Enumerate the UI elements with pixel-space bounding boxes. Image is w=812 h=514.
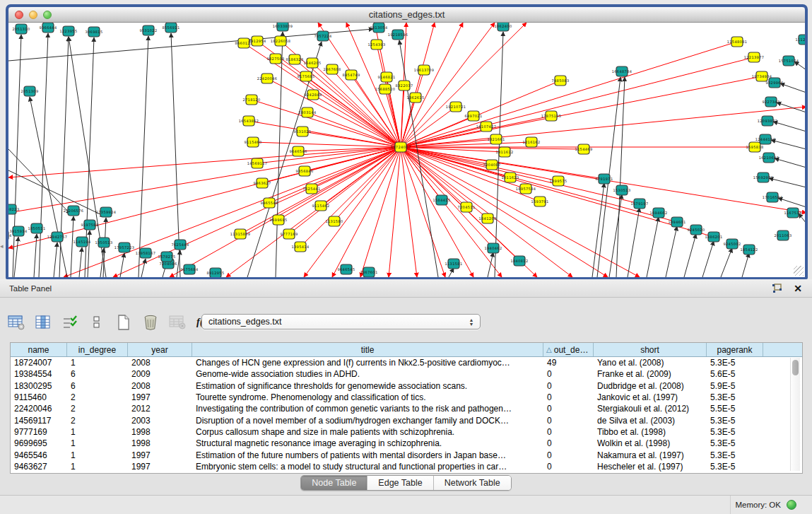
graph-node[interactable]: 12213977 <box>744 52 765 62</box>
table-settings-icon[interactable] <box>7 314 25 332</box>
table-row[interactable]: 1830029562008Estimation of significance … <box>11 380 802 392</box>
table-row[interactable]: 946362711997Embryonic stem cells: a mode… <box>11 461 802 472</box>
graph-node[interactable]: 9146821 <box>377 72 395 82</box>
graph-node[interactable]: 15688520 <box>375 84 396 94</box>
graph-node[interactable]: 1395414 <box>291 242 309 252</box>
graph-node[interactable]: 1486201 <box>705 232 722 242</box>
new-document-icon[interactable] <box>114 314 132 332</box>
graph-node[interactable]: 1154469 <box>575 144 592 154</box>
graph-node[interactable]: 1131580 <box>325 216 343 226</box>
trash-icon[interactable] <box>141 314 159 332</box>
table-row[interactable]: 2242004622012Investigating the contribut… <box>11 403 802 414</box>
graph-node[interactable]: 1321661 <box>487 134 505 144</box>
graph-node[interactable]: 16648784 <box>612 66 632 76</box>
graph-node[interactable]: 1254393 <box>367 40 385 49</box>
graph-node[interactable]: 9197588 <box>81 220 98 230</box>
graph-node[interactable]: 11548081 <box>727 37 748 47</box>
tab-network-table[interactable]: Network Table <box>434 476 511 490</box>
graph-node[interactable]: 16107427 <box>476 122 497 132</box>
window-titlebar[interactable]: citations_edges.txt <box>8 7 805 23</box>
graph-node[interactable]: 16210643 <box>759 153 779 163</box>
graph-node[interactable]: 1216162 <box>522 137 540 147</box>
graph-node[interactable]: 1546205 <box>303 58 321 68</box>
column-header-out_de[interactable]: △out_de… <box>543 343 594 356</box>
table-row[interactable]: 1872400712008Changes of HCN gene express… <box>11 357 802 368</box>
graph-node[interactable]: 2051309 <box>20 86 38 96</box>
graph-node[interactable]: 9227343 <box>762 97 779 107</box>
graph-node[interactable]: 8556911 <box>162 23 180 33</box>
graph-node[interactable]: 14569117 <box>247 158 268 168</box>
graph-node[interactable]: 15692971 <box>753 173 774 182</box>
graph-node[interactable]: 9777169 <box>280 229 298 239</box>
table-row[interactable]: 1456911722003Disruption of a novel membe… <box>11 414 802 426</box>
table-row[interactable]: 911546021997Tourette syndrome. Phenomeno… <box>11 392 802 403</box>
close-panel-icon[interactable]: ✕ <box>794 284 802 293</box>
graph-node[interactable]: 16033809 <box>273 23 293 31</box>
graph-node[interactable]: 1840812 <box>510 256 528 266</box>
graph-node[interactable]: 7625444 <box>171 240 189 250</box>
graph-node[interactable]: 9366444 <box>39 23 57 33</box>
table-row[interactable]: 1938455462009Genome-wide association stu… <box>11 368 802 380</box>
column-header-year[interactable]: year <box>128 343 192 356</box>
table-scrollbar[interactable] <box>790 358 800 471</box>
graph-node[interactable]: 19210721 <box>446 102 466 112</box>
graph-node[interactable]: 9531022 <box>139 25 157 35</box>
graph-node[interactable]: 9356846 <box>295 166 313 176</box>
graph-node[interactable]: 9465546 <box>260 198 278 208</box>
table-selector-dropdown[interactable]: citations_edges.txt ▲▼ <box>201 314 481 329</box>
graph-node[interactable]: 9175684 <box>180 264 198 274</box>
graph-node[interactable]: 1854122 <box>740 245 758 255</box>
float-window-icon[interactable] <box>772 284 782 293</box>
network-canvas[interactable]: 1872400786601238912954182260589827508224… <box>8 23 805 277</box>
column-header-short[interactable]: short <box>594 343 707 356</box>
graph-node[interactable]: 2867608 <box>323 64 341 74</box>
graph-node[interactable]: 8912955 <box>206 268 224 277</box>
graph-node[interactable]: 3915934 <box>9 226 27 236</box>
graph-node[interactable]: 7485083 <box>551 76 569 86</box>
graph-node[interactable]: 17016504 <box>763 192 783 202</box>
graph-node[interactable]: 1694662 <box>649 208 667 218</box>
graph-node[interactable]: 2051310 <box>12 24 30 34</box>
graph-node[interactable]: 16543862 <box>239 116 259 126</box>
graph-node[interactable]: 9115460 <box>244 137 261 147</box>
graph-node[interactable]: 1094601 <box>668 217 686 227</box>
graph-node[interactable]: 1350513 <box>95 238 112 247</box>
graph-node[interactable]: 3069815 <box>85 27 102 37</box>
tab-edge-table[interactable]: Edge Table <box>367 476 433 490</box>
graph-node[interactable]: 1530513 <box>613 185 630 195</box>
graph-node[interactable]: 9245002 <box>723 239 741 249</box>
resize-grip-icon[interactable] <box>794 266 804 276</box>
graph-node[interactable]: 12942757 <box>47 232 68 242</box>
column-header-title[interactable]: title <box>192 343 543 356</box>
tab-node-table[interactable]: Node Table <box>301 476 367 490</box>
graph-node[interactable]: 1223955 <box>59 26 77 36</box>
graph-node[interactable]: 1011623 <box>501 173 519 182</box>
rows-icon[interactable] <box>88 314 105 332</box>
graph-node[interactable]: 8813054 <box>370 23 387 33</box>
graph-node[interactable]: 1062400 <box>494 23 512 31</box>
graph-node[interactable]: 17875105 <box>541 111 562 121</box>
graph-node[interactable]: 20206576 <box>64 206 84 216</box>
graph-node[interactable]: 1145194 <box>73 237 90 247</box>
graph-node[interactable]: 17359924 <box>96 207 117 217</box>
graph-node[interactable]: 9646545 <box>337 264 355 274</box>
graph-node[interactable]: 1131581 <box>445 259 462 269</box>
column-header-pagerank[interactable]: pagerank <box>707 343 763 356</box>
graph-node[interactable]: 1899575 <box>549 176 567 186</box>
graph-node[interactable]: 9531021 <box>293 127 311 136</box>
graph-node[interactable]: 8186328 <box>286 54 303 64</box>
graph-node[interactable]: 13958167 <box>136 248 156 258</box>
column-header-name[interactable]: name <box>11 343 67 356</box>
table-row[interactable]: 977716911998Corpus callosum shape and si… <box>11 426 802 438</box>
graph-node[interactable]: 1112009 <box>795 35 805 45</box>
scrollbar-thumb[interactable] <box>792 360 799 375</box>
graph-node[interactable]: 2718120 <box>242 95 260 105</box>
graph-node[interactable]: 2803144 <box>298 107 316 117</box>
graph-node[interactable]: 1940462 <box>484 243 502 253</box>
graph-node[interactable]: 19218596 <box>388 30 408 40</box>
column-header-in_degree[interactable]: in_degree <box>67 343 128 356</box>
row-select-icon[interactable] <box>61 314 78 332</box>
graph-node[interactable]: 1679197 <box>630 199 648 209</box>
graph-node[interactable]: 8322037 <box>395 81 413 90</box>
column-visibility-icon[interactable] <box>34 314 52 332</box>
